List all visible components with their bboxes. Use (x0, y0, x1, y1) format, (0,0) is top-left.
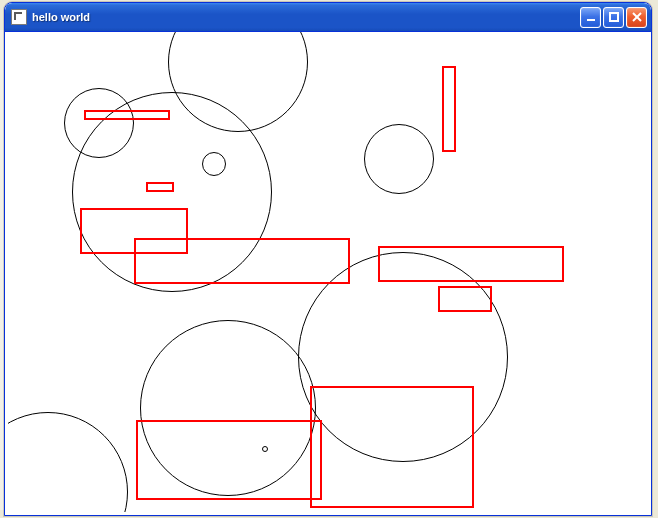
drawing-canvas (8, 32, 648, 512)
svg-rect-0 (587, 19, 595, 21)
circle-shape (364, 124, 434, 194)
minimize-icon (586, 12, 596, 22)
application-window: hello world (4, 2, 652, 516)
circle-shape (202, 152, 226, 176)
rectangle-shape (378, 246, 564, 282)
close-button[interactable] (626, 7, 647, 28)
rectangle-shape (438, 286, 492, 312)
application-icon (11, 9, 27, 25)
rectangle-shape (146, 182, 174, 192)
minimize-button[interactable] (580, 7, 601, 28)
rectangle-shape (136, 420, 322, 500)
rectangle-shape (442, 66, 456, 152)
svg-rect-1 (610, 13, 618, 21)
circle-shape (8, 412, 128, 512)
client-area (8, 32, 648, 512)
window-title: hello world (32, 11, 580, 23)
maximize-button[interactable] (603, 7, 624, 28)
rectangle-shape (134, 238, 350, 284)
maximize-icon (609, 12, 619, 22)
titlebar[interactable]: hello world (5, 3, 651, 32)
rectangle-shape (84, 110, 170, 120)
window-control-buttons (580, 7, 647, 28)
close-icon (632, 12, 642, 22)
rectangle-shape (310, 386, 474, 508)
